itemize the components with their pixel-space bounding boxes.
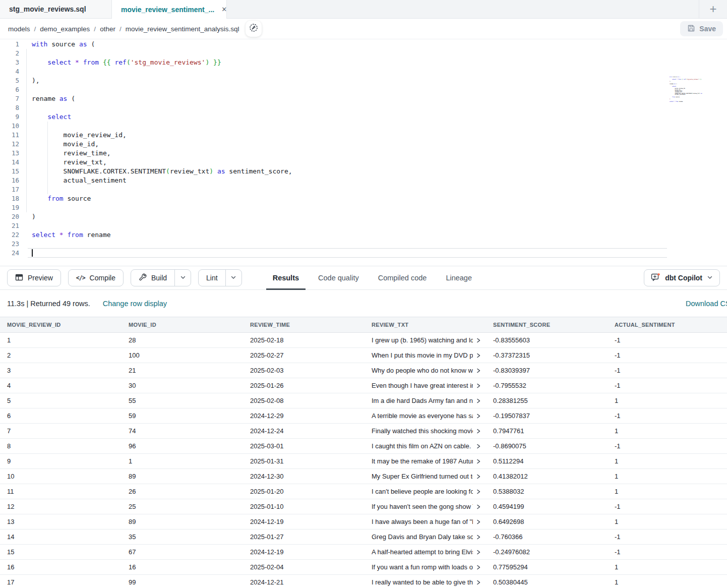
table-cell: 9 — [0, 457, 122, 465]
expand-review-icon[interactable] — [476, 549, 481, 555]
lint-dropdown-caret[interactable] — [225, 270, 241, 286]
line-number: 22 — [0, 230, 19, 240]
expand-review-icon[interactable] — [476, 458, 481, 464]
column-header[interactable]: ACTUAL_SENTIMENT — [608, 322, 727, 328]
column-header[interactable]: REVIEW_TXT — [365, 322, 486, 328]
table-cell: 15 — [0, 548, 122, 556]
build-button[interactable]: Build — [131, 270, 174, 286]
table-row[interactable]: 12252025-01-10If you haven't seen the go… — [0, 499, 727, 514]
tab-label: movie_review_sentiment_... — [121, 6, 214, 14]
expand-review-icon[interactable] — [476, 383, 481, 389]
table-row[interactable]: 10892024-12-30My Super Ex Girlfriend tur… — [0, 469, 727, 484]
code-icon: </> — [76, 274, 85, 281]
code-editor[interactable]: 123456789101112131415161718192021222324 … — [0, 39, 727, 266]
review-text: If you haven't seen the gong show TV s… — [372, 503, 473, 510]
line-number: 5 — [0, 76, 19, 85]
tab-code-quality[interactable]: Code quality — [309, 266, 369, 289]
table-row[interactable]: 21002025-02-27When I put this movie in m… — [0, 348, 727, 363]
expand-review-icon[interactable] — [476, 428, 481, 434]
table-cell: It may be the remake of 1987 Autumn'… — [365, 457, 486, 465]
expand-review-icon[interactable] — [476, 579, 481, 585]
table-cell: -0.83039397 — [486, 367, 608, 374]
expand-review-icon[interactable] — [476, 474, 481, 480]
download-csv-link[interactable]: Download CSV — [686, 300, 727, 308]
table-row[interactable]: 4302025-01-26Even though I have great in… — [0, 378, 727, 393]
expand-review-icon[interactable] — [476, 564, 481, 570]
column-header[interactable]: SENTIMENT_SCORE — [486, 322, 608, 328]
editor-code[interactable]: with source as ( select * from {{ ref('s… — [32, 40, 667, 258]
tab-movie-review-sentiment[interactable]: movie_review_sentiment_... ✕ — [112, 0, 227, 19]
table-row[interactable]: 8962025-03-01I caught this film on AZN o… — [0, 439, 727, 454]
tab-stg-movie-reviews[interactable]: stg_movie_reviews.sql — [0, 0, 112, 18]
expand-review-icon[interactable] — [476, 534, 481, 540]
code-line: ), — [32, 76, 667, 85]
table-cell: If you haven't seen the gong show TV s… — [365, 503, 486, 510]
explore-lineage-button[interactable] — [246, 21, 262, 37]
table-cell: -1 — [608, 412, 727, 420]
table-row[interactable]: 17992024-12-21I really wanted to be able… — [0, 575, 727, 588]
table-row[interactable]: 5552025-02-08Im a die hard Dads Army fan… — [0, 393, 727, 408]
line-number: 3 — [0, 58, 19, 67]
table-cell: 2025-01-27 — [243, 533, 365, 541]
table-cell: 3 — [0, 367, 122, 374]
expand-review-icon[interactable] — [476, 413, 481, 419]
table-cell: 0.7947761 — [486, 427, 608, 435]
expand-review-icon[interactable] — [476, 398, 481, 404]
table-cell: -0.83555603 — [486, 336, 608, 344]
expand-review-icon[interactable] — [476, 337, 481, 343]
lint-button[interactable]: Lint — [199, 270, 225, 286]
table-row[interactable]: 16162025-02-04If you want a fun romp wit… — [0, 560, 727, 575]
table-row[interactable]: 15672024-12-19A half-hearted attempt to … — [0, 545, 727, 560]
preview-button[interactable]: Preview — [7, 269, 61, 286]
breadcrumb-segment[interactable]: other — [100, 25, 115, 33]
table-row[interactable]: 3212025-02-03Why do people who do not kn… — [0, 363, 727, 378]
save-button[interactable]: Save — [680, 21, 723, 36]
table-cell: I really wanted to be able to give this … — [365, 578, 486, 586]
code-line — [32, 221, 667, 230]
column-header[interactable]: REVIEW_TIME — [243, 322, 365, 328]
close-tab-icon[interactable]: ✕ — [221, 6, 227, 13]
table-cell: -1 — [608, 533, 727, 541]
line-number: 8 — [0, 103, 19, 112]
code-line — [32, 49, 667, 58]
code-line: ) — [32, 212, 667, 221]
tab-results[interactable]: Results — [263, 266, 309, 289]
expand-review-icon[interactable] — [476, 443, 481, 449]
expand-review-icon[interactable] — [476, 504, 481, 510]
breadcrumb-segment[interactable]: demo_examples — [40, 25, 90, 33]
breadcrumb-separator: / — [34, 25, 36, 33]
code-line — [32, 67, 667, 76]
column-header[interactable]: MOVIE_ID — [122, 322, 243, 328]
code-line — [32, 203, 667, 212]
dbt-copilot-button[interactable]: dbt Copilot — [644, 269, 720, 286]
expand-review-icon[interactable] — [476, 352, 481, 359]
expand-review-icon[interactable] — [476, 519, 481, 525]
breadcrumb-segment[interactable]: models — [8, 25, 30, 33]
line-number: 10 — [0, 122, 19, 131]
tab-lineage[interactable]: Lineage — [436, 266, 481, 289]
table-cell: I caught this film on AZN on cable. It s… — [365, 442, 486, 450]
table-row[interactable]: 14352025-01-27Greg Davis and Bryan Daly … — [0, 530, 727, 545]
change-row-display-link[interactable]: Change row display — [103, 300, 167, 308]
table-row[interactable]: 912025-01-31It may be the remake of 1987… — [0, 454, 727, 469]
text-cursor — [32, 249, 33, 257]
new-tab-button[interactable]: + — [699, 0, 727, 18]
chevron-down-icon — [180, 273, 186, 282]
table-row[interactable]: 6592024-12-29A terrible movie as everyon… — [0, 408, 727, 424]
tab-compiled-code[interactable]: Compiled code — [369, 266, 437, 289]
line-number: 6 — [0, 85, 19, 94]
table-row[interactable]: 1282025-02-18I grew up (b. 1965) watchin… — [0, 333, 727, 348]
table-cell: 2024-12-19 — [243, 518, 365, 525]
table-row[interactable]: 13892024-12-19I have always been a huge … — [0, 514, 727, 530]
table-row[interactable]: 7742024-12-24Finally watched this shocki… — [0, 424, 727, 439]
column-header[interactable]: MOVIE_REVIEW_ID — [0, 322, 122, 328]
table-cell: 12 — [0, 503, 122, 510]
compile-button[interactable]: </> Compile — [68, 269, 124, 286]
expand-review-icon[interactable] — [476, 368, 481, 374]
build-dropdown-caret[interactable] — [174, 270, 191, 286]
results-status-row: 11.3s | Returned 49 rows. Change row dis… — [0, 290, 727, 317]
line-number: 1 — [0, 40, 19, 49]
table-row[interactable]: 11262025-01-20I can't believe people are… — [0, 484, 727, 499]
breadcrumb-segment[interactable]: movie_review_sentiment_analysis.sql — [126, 25, 239, 33]
expand-review-icon[interactable] — [476, 489, 481, 495]
